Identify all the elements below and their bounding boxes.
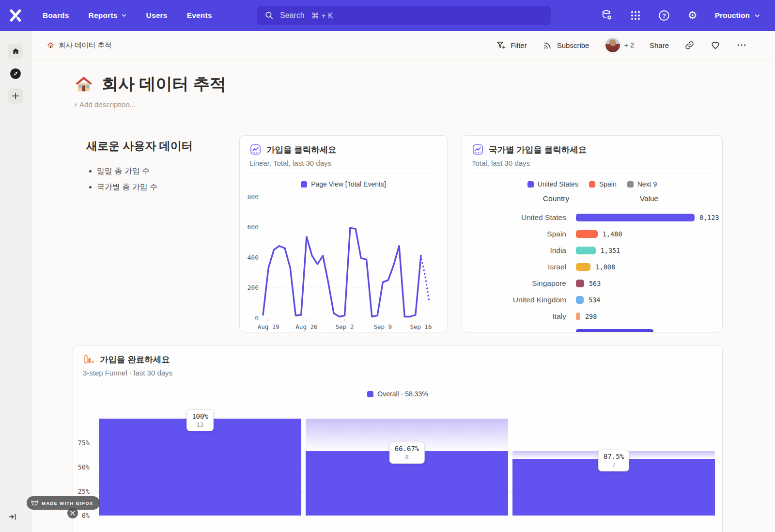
- nav-boards[interactable]: Boards: [43, 11, 69, 20]
- table-row[interactable]: India1,351: [472, 242, 713, 259]
- line-chart-card[interactable]: 가입을 클릭하세요 Linear, Total, last 30 days Pa…: [239, 135, 448, 332]
- value-bar: [576, 280, 584, 287]
- sidebar-home-button[interactable]: [8, 44, 23, 59]
- y-axis-label: 50%: [73, 463, 90, 471]
- page-title[interactable]: 회사 데이터 추적: [102, 73, 226, 95]
- country-card-header[interactable]: 국가별 가입을 클릭하세요: [472, 143, 713, 156]
- svg-text:?: ?: [662, 12, 666, 19]
- legend-swatch: [301, 181, 307, 188]
- filter-label: Filter: [511, 41, 527, 49]
- nav-events-label: Events: [187, 11, 212, 20]
- line-card-header[interactable]: 가입을 클릭하세요: [249, 143, 437, 156]
- nav-users[interactable]: Users: [146, 11, 168, 20]
- list-item: 국가별 총 가입 수: [97, 182, 236, 192]
- legend-item[interactable]: Next 9: [627, 180, 657, 188]
- legend-label: Spain: [599, 180, 617, 188]
- text-card-heading: 새로운 사용자 데이터: [86, 139, 236, 154]
- apps-grid-button[interactable]: [629, 9, 642, 22]
- legend-item[interactable]: Spain: [589, 180, 617, 188]
- legend-label: United States: [538, 180, 578, 188]
- gifox-badge[interactable]: MADE WITH GIFOX: [27, 496, 100, 510]
- fox-icon: [31, 500, 38, 507]
- data-management-button[interactable]: [601, 9, 613, 22]
- primary-nav: Boards Reports Users Events: [43, 11, 212, 20]
- y-axis-label: 75%: [73, 439, 90, 447]
- line-chart-legend[interactable]: Page View [Total Events]: [249, 180, 437, 188]
- main-content: 회사 데이터 추적 Filter Subscribe + 2: [31, 31, 775, 532]
- table-row[interactable]: Italy298: [472, 308, 713, 325]
- board-toolbar: 회사 데이터 추적 Filter Subscribe + 2: [31, 31, 775, 60]
- conversion-count: 12: [192, 421, 208, 428]
- svg-text:400: 400: [248, 254, 259, 261]
- gifox-close-button[interactable]: [67, 508, 78, 518]
- card-title: 국가별 가입을 클릭하세요: [489, 144, 587, 156]
- line-chart-plot[interactable]: 0200400600800Aug 19Aug 26Sep 2Sep 9Sep 1…: [241, 189, 444, 332]
- divider: [472, 173, 713, 173]
- svg-text:0: 0: [255, 314, 259, 322]
- favorite-button[interactable]: [710, 40, 721, 50]
- svg-text:Sep 16: Sep 16: [410, 323, 432, 330]
- value-label: 298: [585, 313, 597, 320]
- table-row[interactable]: United States8,123: [472, 209, 713, 226]
- database-gear-icon: [601, 9, 613, 22]
- sidebar-create-button[interactable]: [8, 88, 23, 104]
- nav-events[interactable]: Events: [187, 11, 212, 20]
- mixpanel-logo[interactable]: [0, 8, 31, 23]
- more-options-button[interactable]: [736, 40, 747, 50]
- sidebar-discover-button[interactable]: [8, 66, 23, 81]
- link-icon: [684, 40, 695, 50]
- value-bar: [576, 230, 598, 238]
- svg-text:Sep 2: Sep 2: [336, 323, 354, 330]
- value-bar: [576, 329, 653, 332]
- table-row[interactable]: United Kingdom534: [472, 292, 713, 308]
- country-chart-card[interactable]: 국가별 가입을 클릭하세요 Total, last 30 days United…: [462, 135, 723, 332]
- legend-item[interactable]: United States: [527, 180, 578, 188]
- line-chart-icon: [472, 143, 484, 156]
- card-subtitle: Linear, Total, last 30 days: [249, 159, 437, 167]
- breadcrumb-label: 회사 데이터 추적: [59, 41, 112, 50]
- settings-button[interactable]: ⚙: [686, 9, 699, 22]
- conversion-tooltip: 66.67%8: [389, 442, 425, 464]
- subscribe-button[interactable]: Subscribe: [542, 40, 589, 50]
- filter-button[interactable]: Filter: [496, 40, 527, 50]
- home-icon: [11, 47, 20, 56]
- funnel-plot[interactable]: 75%50%25%0%100%1266.67%887.5%7: [73, 345, 722, 532]
- table-row[interactable]: Spain1,480: [472, 226, 713, 242]
- value-label: 1,008: [595, 263, 615, 271]
- help-button[interactable]: ?: [658, 9, 670, 22]
- avatar: [604, 37, 621, 53]
- add-description-button[interactable]: + Add description...: [74, 100, 775, 109]
- funnel-chart-card[interactable]: 가입을 완료하세요 3-step Funnel · last 30 days O…: [73, 345, 723, 532]
- conversion-percent: 87.5%: [604, 453, 624, 460]
- nav-reports-label: Reports: [89, 11, 118, 20]
- conversion-tooltip: 100%12: [186, 409, 214, 431]
- board-members[interactable]: + 2: [604, 37, 634, 53]
- copy-link-button[interactable]: [684, 40, 695, 50]
- legend-swatch: [627, 181, 634, 188]
- divider: [249, 173, 437, 173]
- text-card[interactable]: 새로운 사용자 데이터 일일 총 가입 수 국가별 총 가입 수: [86, 139, 236, 198]
- list-item: 일일 총 가입 수: [97, 166, 236, 176]
- country-chart-legend: United States Spain Next 9: [472, 180, 713, 188]
- heart-icon: [710, 40, 721, 50]
- funnel-bar[interactable]: [99, 419, 301, 516]
- sidebar-collapse-button[interactable]: [8, 512, 17, 521]
- nav-reports[interactable]: Reports: [89, 11, 127, 20]
- svg-text:800: 800: [248, 193, 259, 201]
- share-button[interactable]: Share: [650, 41, 669, 49]
- search-icon: [264, 11, 274, 20]
- gifox-badge-label: MADE WITH GIFOX: [42, 501, 93, 506]
- table-row[interactable]: Israel1,008: [472, 259, 713, 275]
- table-row[interactable]: [472, 325, 713, 332]
- value-bar: [576, 263, 590, 271]
- top-navigation-bar: Boards Reports Users Events Search ⌘ + K: [0, 0, 775, 31]
- search-input[interactable]: Search ⌘ + K: [257, 6, 551, 25]
- chevron-down-icon: [121, 13, 127, 18]
- legend-swatch: [527, 181, 534, 188]
- project-switcher[interactable]: Prouction: [715, 11, 760, 20]
- breadcrumb[interactable]: 회사 데이터 추적: [46, 41, 112, 50]
- house-emoji-icon: [74, 74, 94, 94]
- table-row[interactable]: Singapore563: [472, 275, 713, 292]
- left-sidebar: [0, 31, 31, 532]
- more-members-count: + 2: [624, 41, 634, 49]
